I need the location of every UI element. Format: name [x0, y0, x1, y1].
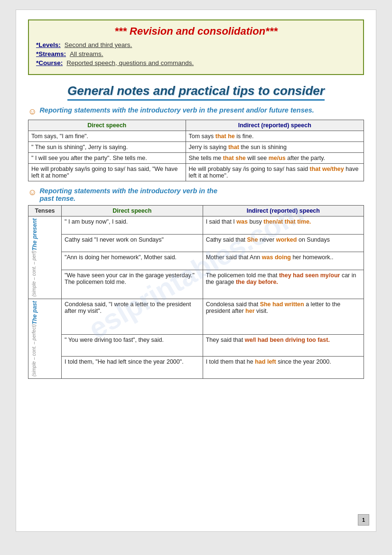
table-row: Condolesa said that She had written a le… — [203, 299, 364, 334]
table-row: He will probably say /is going to say/ h… — [186, 164, 364, 181]
bullet-icon-1: ☺ — [28, 107, 37, 117]
section1-table: Direct speech Indirect (reported) speech… — [28, 120, 364, 181]
course-value: Reported speech, questions and commands. — [66, 59, 194, 66]
table-row: "Ann is doing her homework", Mother said… — [62, 252, 203, 270]
col-tenses-header: Tenses — [28, 206, 62, 216]
section-main-title: General notes and practical tips to cons… — [28, 84, 364, 101]
tense-cell: The past(simple – cont. – perfect) — [28, 299, 62, 378]
table-row: " I am busy now", I said. — [62, 216, 203, 235]
table-row: She tells me that she will see me/us aft… — [186, 153, 364, 164]
course-line: *Course: Reported speech, questions and … — [36, 59, 356, 66]
bullet-icon-2: ☺ — [28, 188, 37, 198]
table-row: I told them that he had left since the y… — [203, 357, 364, 379]
col-direct2-header: Direct speech — [62, 206, 203, 216]
col-direct-header: Direct speech — [28, 120, 186, 131]
table-row: Mother said that Ann was doing her homew… — [203, 252, 364, 270]
streams-line: *Streams: All streams. — [36, 50, 356, 57]
table-row: Tom says that he is fine. — [186, 131, 364, 142]
section2-heading: ☺ Reporting statements with the introduc… — [28, 187, 364, 202]
page-title: *** Revision and consolidation*** — [36, 25, 356, 38]
table-row: Cathy said that She never worked on Sund… — [203, 234, 364, 252]
levels-label: *Levels: — [36, 41, 61, 48]
levels-value: Second and third years. — [65, 41, 132, 48]
header-box: *** Revision and consolidation*** *Level… — [28, 19, 364, 75]
page-number: 1 — [358, 514, 369, 526]
page: eslprintables.com *** Revision and conso… — [16, 9, 376, 532]
table-row: I told them, "He had left since the year… — [62, 357, 203, 379]
col-indirect-header: Indirect (reported) speech — [186, 120, 364, 131]
table-row: Tom says, "I am fine". — [28, 131, 186, 142]
section-title-text: General notes and practical tips to cons… — [67, 84, 325, 101]
table-row: " I will see you after the party". She t… — [28, 153, 186, 164]
section2-heading-text: Reporting statements with the introducto… — [39, 187, 217, 202]
table-row: I said that I was busy then/at that time… — [203, 216, 364, 235]
table-row: He will probably say/is going to say/ ha… — [28, 164, 186, 181]
table-row: " You were driving too fast", they said. — [62, 334, 203, 357]
table-row: " The sun is shining", Jerry is saying. — [28, 142, 186, 153]
section1-heading: ☺ Reporting statements with the introduc… — [28, 106, 364, 117]
section1-heading-text: Reporting statements with the introducto… — [39, 106, 314, 114]
col-indirect2-header: Indirect (reported) speech — [203, 206, 364, 216]
table-row: They said that we/I had been driving too… — [203, 334, 364, 357]
levels-line: *Levels: Second and third years. — [36, 41, 356, 48]
table-row: Cathy said "I never work on Sundays" — [62, 234, 203, 252]
streams-label: *Streams: — [36, 50, 66, 57]
section2-table: Tenses Direct speech Indirect (reported)… — [28, 205, 364, 379]
table-row: Condolesa said, "I wrote a letter to the… — [62, 299, 203, 334]
tense-cell: The present(simple – cont. – perf) — [28, 216, 62, 299]
streams-value: All streams. — [70, 50, 103, 57]
table-row: The policemen told me that they had seen… — [203, 270, 364, 299]
table-row: Jerry is saying that the sun is shining — [186, 142, 364, 153]
course-label: *Course: — [36, 59, 63, 66]
table-row: "We have seen your car in the garage yes… — [62, 270, 203, 299]
